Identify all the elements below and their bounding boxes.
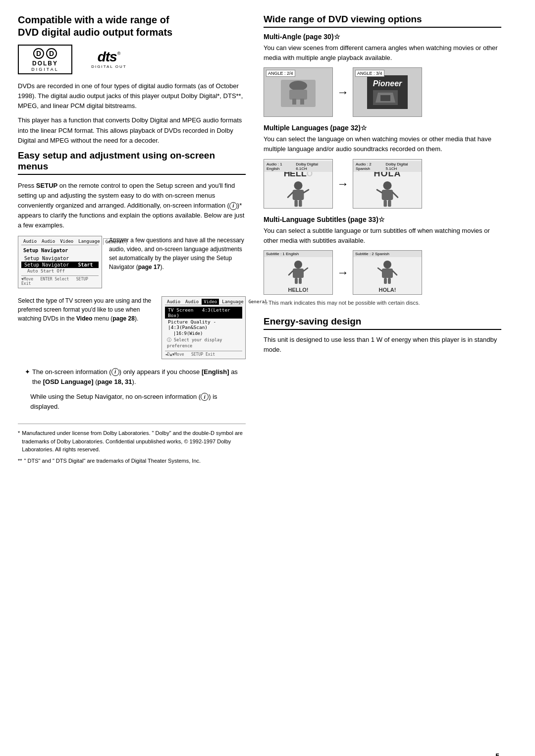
- screen1-caption: Answer a few questions and have all the …: [109, 236, 246, 271]
- angle-box-2: ANGLE : 3/4 Pioneer: [353, 67, 422, 117]
- easy-setup-title: Easy setup and adjustment using on-scree…: [18, 150, 246, 175]
- svg-rect-9: [293, 190, 304, 200]
- s2-footer2: ◄D▲▼Move SETUP Exit: [165, 351, 242, 357]
- energy-title: Energy-saving design: [264, 316, 501, 330]
- svg-rect-21: [293, 269, 304, 278]
- svg-point-26: [383, 261, 391, 269]
- setup-navigator-screen: Audio Audio Video Language General Setup…: [18, 236, 102, 288]
- screen1-subitem: Auto Start Off: [21, 268, 99, 274]
- screen1-tabs: Audio Audio Video Language General: [21, 238, 99, 245]
- bottom-footnotes: * Manufactured under license from Dolby …: [18, 424, 246, 465]
- s2-tab-audio1: Audio: [165, 299, 182, 305]
- svg-rect-24: [295, 278, 298, 284]
- svg-line-29: [393, 271, 397, 275]
- lang-arrow: →: [337, 177, 349, 191]
- video-screen: Audio Audio Video Language General TV Sc…: [161, 296, 246, 359]
- angle-label-1: ANGLE : 2/4: [266, 70, 295, 77]
- tab-audio2: Audio: [40, 238, 57, 245]
- info-circle-2: i: [111, 368, 119, 376]
- s2-subitem: |16:9(Wide): [165, 330, 242, 336]
- screen2-tabs: Audio Audio Video Language General: [165, 299, 242, 305]
- dolby-dd-icons: D D: [33, 48, 57, 59]
- svg-rect-18: [383, 200, 387, 206]
- dts-logo: dts ® DIGITAL OUT: [84, 50, 134, 69]
- svg-rect-25: [299, 278, 302, 284]
- svg-rect-7: [380, 95, 390, 101]
- dvd-body-1: DVDs are recorded in one of four types o…: [18, 81, 246, 111]
- lang-box-1: Audio : 1 English Dolby Digital 6.1CH HE…: [264, 159, 333, 209]
- svg-rect-13: [299, 200, 302, 206]
- star-footnote: ☆This mark indicates this may not be pos…: [264, 300, 501, 306]
- svg-rect-12: [294, 200, 298, 206]
- svg-point-20: [294, 261, 302, 269]
- multi-lang-title: Multiple Languages (page 32)☆: [264, 124, 501, 132]
- screen1-item2: Setup Navigator Start: [21, 262, 99, 268]
- svg-line-11: [304, 190, 308, 193]
- pioneer-logo: Pioneer: [367, 75, 408, 109]
- svg-line-17: [393, 192, 397, 197]
- title-line1: Compatible with a wide range of: [18, 14, 169, 25]
- person-figure-2: [374, 181, 400, 208]
- osd-bullet-1: ✦: [25, 367, 30, 387]
- svg-line-23: [304, 268, 308, 271]
- lang-label-2: Audio : 2 Spanish Dolby Digital 5.1CH: [353, 161, 422, 172]
- svg-rect-30: [384, 278, 387, 284]
- svg-point-1: [289, 81, 307, 91]
- setup-section: Press SETUP on the remote control to ope…: [18, 181, 246, 412]
- fn2-text: " DTS" and " DTS Digital" are trademarks…: [24, 457, 201, 465]
- screen2-caption: Select the type of TV screen you are usi…: [18, 296, 155, 323]
- page-number: 5: [495, 752, 499, 756]
- dolby-d-icon1: D: [33, 48, 44, 59]
- tab-language: Language: [76, 238, 102, 245]
- page-layout: Compatible with a wide range of DVD digi…: [18, 14, 517, 468]
- screen1-footer: ▼Move ENTER Select SETUP Exit: [21, 275, 99, 286]
- dolby-text: DOLBY: [32, 60, 58, 67]
- footnote-1: * Manufactured under license from Dolby …: [18, 429, 246, 454]
- svg-rect-15: [382, 190, 393, 200]
- lang1-format: Dolby Digital 6.1CH: [296, 162, 330, 171]
- s2-footer1: ⓘ Select your display preference: [165, 336, 242, 349]
- sub-hello-1: HELLO!: [288, 287, 309, 293]
- setup-body-1: Press SETUP on the remote control to ope…: [18, 181, 246, 231]
- lang-figure-2: HOLA: [353, 168, 422, 208]
- tab-video: Video: [58, 238, 75, 245]
- svg-line-10: [288, 192, 292, 197]
- osd-note-text-2: While using the Setup Navigator, no on-s…: [30, 392, 246, 412]
- lang-box-2: Audio : 2 Spanish Dolby Digital 5.1CH HO…: [353, 159, 422, 209]
- person-figure-1: [285, 181, 311, 208]
- tab-audio1: Audio: [21, 238, 39, 245]
- logo-row: D D DOLBY DIGITAL dts ® DIGITAL OUT: [18, 45, 246, 74]
- dolby-d-icon2: D: [46, 48, 57, 59]
- sub-box-2: Subtitle : 2 Spanish HOLA!: [353, 250, 422, 295]
- screen1-section: Audio Audio Video Language General Setup…: [18, 236, 246, 288]
- multi-sub-title: Multi-Language Subtitles (page 33)☆: [264, 216, 501, 223]
- energy-section: Energy-saving design This unit is design…: [264, 316, 501, 355]
- svg-line-22: [289, 271, 293, 275]
- sub-person-2: [376, 260, 399, 285]
- s2-item2: Picture Quality -|4:3(Pan&Scan): [165, 319, 242, 330]
- screen1-menu-title: Setup Navigator: [21, 247, 99, 254]
- dolby-logo: D D DOLBY DIGITAL: [18, 45, 72, 74]
- angle-images-row: ANGLE : 2/4 →: [264, 67, 501, 117]
- dts-sub-text: DIGITAL OUT: [91, 64, 126, 69]
- angle-arrow: →: [337, 85, 349, 99]
- sub-arrow: →: [337, 266, 349, 279]
- sub-label-2: Subtitle : 2 Spanish: [353, 251, 422, 257]
- svg-line-28: [378, 268, 382, 271]
- lang-images-row: Audio : 1 English Dolby Digital 6.1CH HE…: [264, 159, 501, 209]
- info-circle-3: i: [201, 393, 209, 401]
- multi-lang-body: You can select the language on when watc…: [264, 134, 501, 154]
- svg-line-16: [377, 190, 381, 193]
- fn1-marker: *: [18, 429, 20, 454]
- svg-point-14: [383, 181, 391, 190]
- svg-rect-2: [289, 90, 307, 100]
- s2-tab-audio2: Audio: [183, 299, 201, 305]
- dts-main-text: dts: [98, 50, 117, 64]
- sub-figure-1: HELLO!: [264, 259, 332, 294]
- left-column: Compatible with a wide range of DVD digi…: [18, 14, 246, 468]
- svg-rect-3: [292, 99, 296, 105]
- multi-angle-body: You can view scenes from different camer…: [264, 43, 501, 63]
- svg-rect-19: [388, 200, 391, 206]
- svg-rect-31: [388, 278, 391, 284]
- sub-hello-2: HOLA!: [379, 287, 396, 293]
